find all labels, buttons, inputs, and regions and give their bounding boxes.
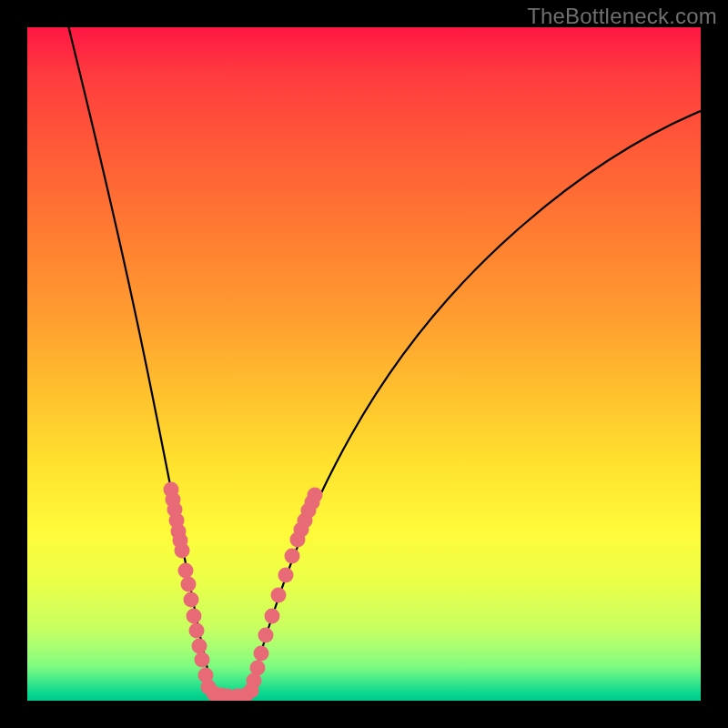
outer-frame: TheBottleneck.com [0, 0, 728, 728]
data-point [192, 639, 207, 654]
data-point [189, 623, 205, 639]
data-point [175, 543, 190, 559]
plot-area [27, 27, 701, 701]
data-point [278, 568, 294, 583]
watermark-text: TheBottleneck.com [527, 4, 717, 29]
data-point [181, 577, 197, 592]
data-point [250, 661, 266, 676]
right-curve [250, 111, 701, 694]
data-point [265, 609, 280, 624]
data-point [187, 609, 202, 624]
data-point [178, 563, 194, 579]
data-point [184, 592, 199, 608]
data-point [254, 646, 269, 662]
data-point [308, 488, 323, 503]
right-curve-dots [238, 488, 323, 702]
data-point [285, 549, 300, 564]
data-point [271, 588, 287, 603]
data-point [195, 652, 210, 668]
data-point [258, 628, 274, 643]
left-curve-dots [164, 482, 246, 702]
chart-svg [27, 27, 701, 701]
